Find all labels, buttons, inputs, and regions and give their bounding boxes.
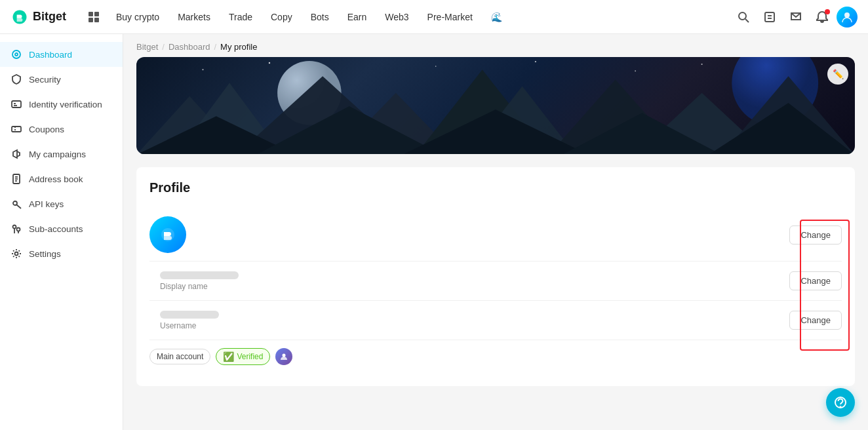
notifications-button[interactable] xyxy=(810,5,834,29)
breadcrumb-dashboard[interactable]: Dashboard xyxy=(168,42,210,52)
profile-title: Profile xyxy=(149,180,842,195)
svg-point-19 xyxy=(13,201,17,205)
nav-item-buy-crypto[interactable]: Buy crypto xyxy=(108,8,167,26)
sidebar-label-api-keys: API keys xyxy=(29,199,64,209)
banner-background xyxy=(136,57,855,154)
username-change-button[interactable]: Change xyxy=(789,311,842,330)
svg-line-20 xyxy=(17,205,22,209)
username-label: Username xyxy=(160,321,831,330)
main-account-badge: Main account xyxy=(149,349,210,364)
username-value xyxy=(160,311,219,319)
svg-rect-0 xyxy=(89,12,93,16)
nav-item-trade[interactable]: Trade xyxy=(221,8,260,26)
security-icon xyxy=(10,73,22,85)
svg-rect-1 xyxy=(94,12,99,16)
user-avatar[interactable] xyxy=(149,216,186,253)
sidebar-label-security: Security xyxy=(29,75,61,85)
display-name-field: Display name xyxy=(149,271,842,291)
dashboard-icon xyxy=(10,49,22,60)
verified-check-icon: ✅ xyxy=(223,351,234,362)
sidebar-item-dashboard[interactable]: Dashboard xyxy=(0,42,123,67)
svg-rect-13 xyxy=(12,127,21,132)
nav-item-pre-market[interactable]: Pre-Market xyxy=(420,8,481,26)
breadcrumb-sep-2: / xyxy=(214,42,216,52)
svg-point-35 xyxy=(701,64,703,65)
identity-icon xyxy=(10,98,22,110)
fire-icon: 🌊 xyxy=(491,12,502,22)
nav-item-bots[interactable]: Bots xyxy=(303,8,337,26)
search-button[interactable] xyxy=(732,5,755,29)
badges-row: Main account ✅ Verified xyxy=(149,340,842,373)
svg-point-4 xyxy=(739,12,746,20)
nav-right xyxy=(732,5,858,29)
username-row: Username Change xyxy=(149,301,842,340)
nav-item-copy[interactable]: Copy xyxy=(263,8,300,26)
svg-rect-10 xyxy=(12,101,21,108)
nav-item-fire[interactable]: 🌊 xyxy=(483,8,510,26)
nav-item-web3[interactable]: Web3 xyxy=(377,8,416,26)
transfer-button[interactable] xyxy=(758,5,781,29)
display-name-change-button[interactable]: Change xyxy=(789,271,842,290)
svg-point-8 xyxy=(12,50,20,58)
sidebar-item-address-book[interactable]: Address book xyxy=(0,166,123,191)
sidebar-item-my-campaigns[interactable]: My campaigns xyxy=(0,142,123,166)
svg-point-22 xyxy=(17,228,20,231)
svg-point-21 xyxy=(13,225,16,229)
grid-icon[interactable] xyxy=(82,5,106,29)
svg-point-33 xyxy=(535,61,536,62)
svg-point-31 xyxy=(269,62,270,64)
verified-badge: ✅ Verified xyxy=(216,348,270,365)
sidebar-item-api-keys[interactable]: API keys xyxy=(0,191,123,216)
breadcrumb-sep-1: / xyxy=(162,42,165,52)
settings-icon xyxy=(10,248,22,260)
svg-point-52 xyxy=(840,406,841,407)
layout: Dashboard Security Identity verification… xyxy=(0,34,868,430)
svg-rect-2 xyxy=(89,18,93,22)
campaigns-icon xyxy=(10,148,22,160)
svg-point-32 xyxy=(435,66,437,67)
sub-accounts-icon xyxy=(10,223,22,235)
notification-dot xyxy=(825,9,830,14)
sidebar-item-sub-accounts[interactable]: Sub-accounts xyxy=(0,216,123,241)
address-book-icon xyxy=(10,173,22,185)
nav-links: Buy crypto Markets Trade Copy Bots Earn … xyxy=(82,5,716,29)
svg-point-9 xyxy=(15,53,18,56)
sidebar-label-dashboard: Dashboard xyxy=(29,50,72,60)
avatar-row: Change xyxy=(149,208,842,262)
svg-point-50 xyxy=(283,354,286,357)
nav-item-markets[interactable]: Markets xyxy=(170,8,218,26)
svg-point-25 xyxy=(15,252,18,256)
logo[interactable]: Bitget xyxy=(10,8,66,26)
nav-item-earn[interactable]: Earn xyxy=(340,8,375,26)
svg-point-7 xyxy=(844,12,850,18)
sidebar-label-identity: Identity verification xyxy=(29,100,102,109)
banner-container: ✏️ xyxy=(136,57,855,154)
sidebar-label-address-book: Address book xyxy=(29,174,83,184)
svg-point-30 xyxy=(202,69,203,70)
avatar-change-button[interactable]: Change xyxy=(789,225,842,244)
svg-line-5 xyxy=(745,19,749,22)
sidebar-item-settings[interactable]: Settings xyxy=(0,241,123,266)
sidebar-item-identity-verification[interactable]: Identity verification xyxy=(0,92,123,117)
banner-edit-button[interactable]: ✏️ xyxy=(827,64,848,85)
username-field: Username xyxy=(149,311,842,330)
coupons-icon xyxy=(10,123,22,135)
sidebar-item-coupons[interactable]: Coupons xyxy=(0,117,123,142)
api-keys-icon xyxy=(10,198,22,210)
sidebar-label-sub-accounts: Sub-accounts xyxy=(29,224,83,234)
topnav: Bitget Buy crypto Markets Trade Copy Bot… xyxy=(0,0,868,34)
sidebar-label-coupons: Coupons xyxy=(29,125,64,134)
svg-rect-3 xyxy=(94,18,99,22)
sidebar-label-campaigns: My campaigns xyxy=(29,149,86,159)
display-name-value xyxy=(160,271,239,279)
sidebar-label-settings: Settings xyxy=(29,249,61,259)
profile-section: Profile Change Display nam xyxy=(136,167,855,386)
messages-button[interactable] xyxy=(784,5,808,29)
support-button[interactable] xyxy=(826,388,855,417)
breadcrumb: Bitget / Dashboard / My profile xyxy=(123,34,868,57)
breadcrumb-bitget[interactable]: Bitget xyxy=(136,42,158,52)
user-avatar-nav[interactable] xyxy=(837,7,858,28)
svg-point-34 xyxy=(635,70,636,71)
display-name-row: Display name Change xyxy=(149,262,842,301)
sidebar-item-security[interactable]: Security xyxy=(0,67,123,92)
